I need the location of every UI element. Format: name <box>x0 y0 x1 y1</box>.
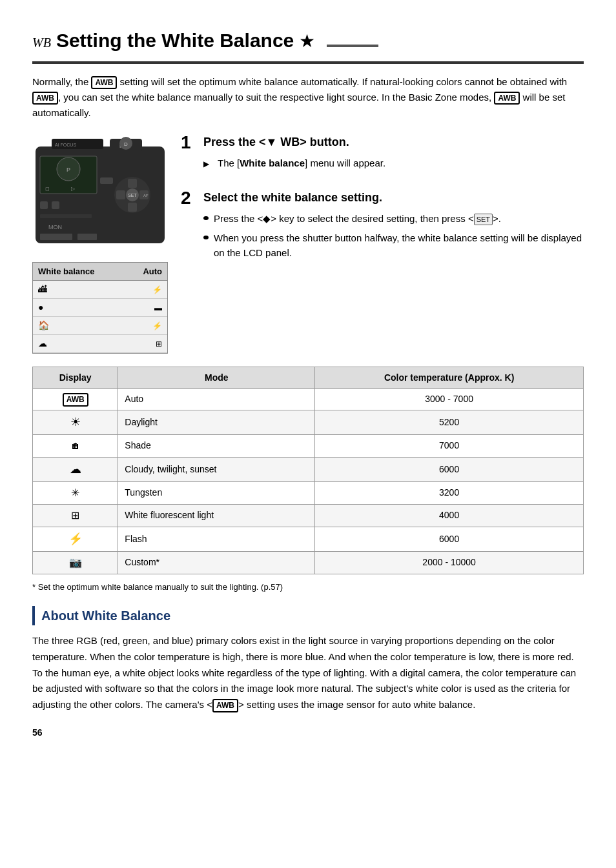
wb-menu-label: White balance <box>38 265 94 278</box>
title-star: ★ <box>299 28 315 55</box>
table-footnote: * Set the optimum white balance manually… <box>32 581 584 594</box>
svg-text:AI FOCUS: AI FOCUS <box>55 143 76 147</box>
table-cell-temp: 6000 <box>315 527 584 551</box>
table-header-mode: Mode <box>118 367 315 389</box>
table-cell-display: 🏠︎ <box>33 434 118 457</box>
wb-item-icon-1: 🏙 <box>38 283 47 296</box>
wb-menu-item-4: ☁ ⊞ <box>33 335 167 353</box>
step-2-title: Select the white balance setting. <box>203 189 584 207</box>
table-cell-mode: Cloudy, twilight, sunset <box>118 457 315 481</box>
camera-column: AI FOCUS ISO P ◻ ▷ SET <box>32 134 168 354</box>
camera-image: AI FOCUS ISO P ◻ ▷ SET <box>32 134 168 254</box>
step-2-number: 2 <box>181 189 197 266</box>
table-cell-display: 📷 <box>33 551 118 574</box>
wb-menu-item-1: 🏙 ⚡ <box>33 281 167 299</box>
wb-symbol: WB <box>32 33 51 52</box>
step-1: 1 Press the <▼ WB> button. ▶ The [White … <box>181 134 584 176</box>
svg-rect-21 <box>40 234 72 240</box>
svg-text:SET: SET <box>128 193 137 197</box>
awb-badge-2: AWB <box>32 92 58 105</box>
table-cell-display: ✳ <box>33 481 118 504</box>
table-cell-mode: Daylight <box>118 410 315 434</box>
step-1-content: Press the <▼ WB> button. ▶ The [White ba… <box>203 134 584 176</box>
table-cell-display: AWB <box>33 389 118 410</box>
wb-menu-item-3: 🏠 ⚡ <box>33 317 167 335</box>
wb-item-icon-right-1: ⚡ <box>152 284 162 296</box>
table-row: AWB Auto 3000 - 7000 <box>33 389 584 410</box>
step-1-arrow: ▶ <box>203 158 212 171</box>
svg-rect-13 <box>116 190 125 199</box>
intro-paragraph: Normally, the AWB setting will set the o… <box>32 74 584 121</box>
table-row: 📷 Custom* 2000 - 10000 <box>33 551 584 574</box>
table-cell-display: ⚡ <box>33 527 118 551</box>
step-2: 2 Select the white balance setting. Pres… <box>181 189 584 266</box>
awb-badge-3: AWB <box>494 92 520 105</box>
table-cell-display: ☀ <box>33 410 118 434</box>
svg-rect-19 <box>52 201 59 209</box>
svg-text:▷: ▷ <box>71 186 76 192</box>
wb-item-icon-right-3: ⚡ <box>152 320 162 332</box>
table-row: ☁ Cloudy, twilight, sunset 6000 <box>33 457 584 481</box>
wb-item-icon-3: 🏠 <box>38 319 49 332</box>
about-section-text: The three RGB (red, green, and blue) pri… <box>32 633 584 713</box>
about-section-title: About White Balance <box>32 606 584 625</box>
svg-text:P: P <box>67 167 70 173</box>
step-2-bullet-1: Press the <◆> key to select the desired … <box>203 212 584 227</box>
awb-table-badge: AWB <box>63 393 88 407</box>
step-1-title: Press the <▼ WB> button. <box>203 134 584 151</box>
wb-menu-item-2: ● ▬ <box>33 299 167 317</box>
table-cell-mode: Tungsten <box>118 481 315 504</box>
svg-text:D: D <box>124 141 128 147</box>
title-decoration <box>327 45 378 47</box>
table-row: ☀ Daylight 5200 <box>33 410 584 434</box>
wb-item-icon-4: ☁ <box>38 337 47 350</box>
step-2-bullet-text-1: Press the <◆> key to select the desired … <box>214 212 501 227</box>
table-cell-mode: Auto <box>118 389 315 410</box>
table-header-temp: Color temperature (Approx. K) <box>315 367 584 389</box>
svg-rect-20 <box>100 177 113 184</box>
svg-text:MON: MON <box>48 224 62 230</box>
step-1-bullet-text: The [White balance] menu will appear. <box>218 156 385 171</box>
wb-item-icon-2: ● <box>38 301 43 314</box>
table-row: ⊞ White fluorescent light 4000 <box>33 504 584 527</box>
table-cell-temp: 2000 - 10000 <box>315 551 584 574</box>
svg-rect-25 <box>40 214 92 218</box>
wb-table: Display Mode Color temperature (Approx. … <box>32 367 584 574</box>
svg-text:AF: AF <box>143 194 149 197</box>
table-cell-temp: 5200 <box>315 410 584 434</box>
content-section: AI FOCUS ISO P ◻ ▷ SET <box>32 134 584 354</box>
table-cell-mode: Flash <box>118 527 315 551</box>
svg-rect-12 <box>128 203 137 212</box>
step-2-dot-2 <box>203 236 209 239</box>
step-2-content: Select the white balance setting. Press … <box>203 189 584 266</box>
steps-column: 1 Press the <▼ WB> button. ▶ The [White … <box>181 134 584 354</box>
awb-badge-1: AWB <box>91 76 117 90</box>
about-section: About White Balance The three RGB (red, … <box>32 606 584 713</box>
table-cell-temp: 7000 <box>315 434 584 457</box>
table-row: ✳ Tungsten 3200 <box>33 481 584 504</box>
wb-item-icon-right-4: ⊞ <box>156 338 162 350</box>
page-title-text: Setting the White Balance <box>56 26 294 55</box>
table-cell-temp: 3000 - 7000 <box>315 389 584 410</box>
table-cell-display: ☁ <box>33 457 118 481</box>
table-cell-mode: White fluorescent light <box>118 504 315 527</box>
table-cell-display: ⊞ <box>33 504 118 527</box>
wb-menu-value: Auto <box>143 265 162 278</box>
table-cell-temp: 4000 <box>315 504 584 527</box>
step-1-bullet-1: ▶ The [White balance] menu will appear. <box>203 156 584 171</box>
table-cell-temp: 3200 <box>315 481 584 504</box>
step-2-bullet-2: When you press the shutter button halfwa… <box>203 231 584 260</box>
page-title-section: WB Setting the White Balance ★ <box>32 26 584 64</box>
table-cell-temp: 6000 <box>315 457 584 481</box>
table-cell-mode: Shade <box>118 434 315 457</box>
wb-item-icon-right-2: ▬ <box>154 302 162 314</box>
svg-rect-18 <box>40 201 48 209</box>
table-header-display: Display <box>33 367 118 389</box>
svg-rect-11 <box>128 179 137 188</box>
step-1-number: 1 <box>181 134 197 176</box>
awb-badge-about: AWB <box>212 699 238 712</box>
step-2-dot-1 <box>203 216 209 220</box>
table-row: ⚡ Flash 6000 <box>33 527 584 551</box>
svg-rect-22 <box>77 234 97 240</box>
table-cell-mode: Custom* <box>118 551 315 574</box>
